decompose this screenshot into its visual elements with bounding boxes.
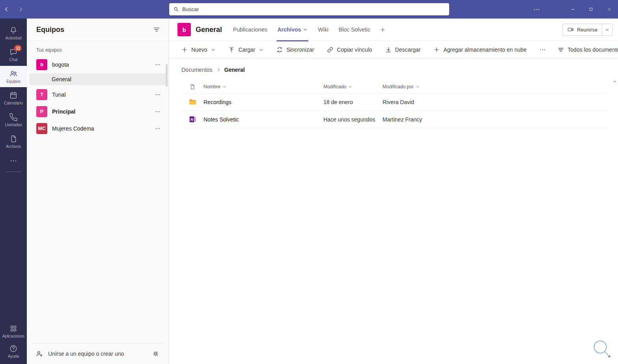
column-label: Modificado por (383, 84, 414, 90)
upload-icon (228, 46, 235, 53)
nav-arrows (0, 6, 27, 13)
chevron-down-icon (348, 85, 352, 89)
teams-app-window: Actividad 11 Chat Equipos Calendario Lla… (0, 0, 618, 364)
meet-now-button[interactable]: Reunirse (563, 24, 602, 35)
team-more-button[interactable] (154, 91, 161, 98)
titlebar (0, 0, 618, 19)
sync-button[interactable]: Sincronizar (273, 43, 317, 56)
new-button[interactable]: Nuevo (177, 43, 219, 56)
rail-item-ayuda[interactable]: Ayuda (0, 342, 27, 361)
filter-button[interactable] (153, 26, 161, 34)
column-header-modified[interactable]: Modificado (323, 84, 383, 90)
toolbar-more-button[interactable] (536, 43, 550, 56)
rail-item-calendario[interactable]: Calendario (0, 88, 27, 109)
channel-header: b General Publicaciones Archivos Wiki Bl… (169, 19, 618, 41)
add-cloud-storage-button[interactable]: Agregar almacenamiento en nube (429, 43, 530, 56)
minimize-button[interactable] (564, 0, 582, 19)
rail-item-aplicaciones[interactable]: Aplicaciones (0, 321, 27, 341)
rail-item-chat[interactable]: 11 Chat (0, 44, 27, 65)
team-row-bogota[interactable]: b bogota (27, 57, 168, 72)
manage-teams-gear-button[interactable] (152, 350, 160, 358)
download-button[interactable]: Descargar (381, 43, 424, 56)
file-row-notes-solvetic[interactable]: N Notes Solvetic Hace unos segundos Mart… (181, 111, 608, 128)
column-header-name[interactable]: Nombre (204, 84, 323, 90)
app-rail: Actividad 11 Chat Equipos Calendario Lla… (0, 19, 27, 364)
titlebar-controls (528, 0, 618, 19)
sidebar-scrollbar[interactable] (166, 64, 168, 87)
gear-icon (152, 350, 160, 358)
channel-title: General (196, 26, 222, 34)
channel-team-avatar: b (177, 23, 191, 36)
tab-wiki[interactable]: Wiki (317, 19, 329, 41)
rail-item-equipos[interactable]: Equipos (0, 66, 27, 87)
team-more-button[interactable] (154, 61, 161, 68)
maximize-button[interactable] (582, 0, 600, 19)
tab-publicaciones[interactable]: Publicaciones (232, 19, 268, 41)
folder-icon (189, 98, 197, 106)
onenote-icon: N (189, 115, 197, 123)
more-horizontal-icon (539, 46, 546, 53)
breadcrumb-root[interactable]: Documentos (181, 67, 213, 73)
more-horizontal-icon (9, 157, 17, 165)
teams-list: Tus equipos b bogota General T Tunal (27, 41, 168, 343)
chevron-down-icon (211, 48, 215, 52)
tab-bloc-solvetic[interactable]: Bloc Solvetic (338, 19, 371, 41)
forward-button[interactable] (17, 6, 24, 13)
file-row-recordings[interactable]: Recordings 18 de enero Rivera David (181, 93, 608, 111)
channel-item-general[interactable]: General (29, 73, 166, 85)
upload-button[interactable]: Cargar (224, 43, 267, 56)
rail-item-label: Calendario (4, 101, 23, 105)
files-header-row: Nombre Modificado Modificado por (181, 80, 608, 93)
titlebar-more-button[interactable] (528, 0, 545, 19)
files-list: Nombre Modificado Modificado por (181, 80, 618, 128)
search-input[interactable] (182, 6, 445, 12)
column-header-type[interactable] (181, 84, 204, 90)
tab-label: Bloc Solvetic (339, 26, 370, 33)
more-horizontal-icon (154, 91, 161, 98)
file-name: Recordings (204, 99, 323, 105)
team-more-button[interactable] (154, 125, 161, 132)
copy-link-button[interactable]: Copiar vínculo (323, 43, 376, 56)
rail-item-archivos[interactable]: Archivos (0, 131, 27, 152)
column-label: Nombre (204, 84, 220, 90)
more-horizontal-icon (154, 108, 161, 115)
tab-archivos[interactable]: Archivos (276, 19, 308, 41)
apps-icon (9, 324, 18, 333)
maximize-icon (588, 7, 594, 12)
link-icon (327, 46, 334, 53)
files-toolbar: Nuevo Cargar Sincronizar Copiar vínculo (169, 41, 618, 59)
rail-item-llamadas[interactable]: Llamadas (0, 109, 27, 131)
team-row-principal[interactable]: P Principal (27, 104, 168, 119)
sync-icon (276, 46, 283, 53)
copy-link-label: Copiar vínculo (337, 47, 372, 53)
search-box (169, 3, 449, 15)
team-row-tunal[interactable]: T Tunal (27, 87, 168, 102)
file-modified-by: Martinez Francy (383, 116, 608, 123)
chevron-right-icon (216, 67, 221, 72)
rail-more-button[interactable] (9, 156, 17, 166)
breadcrumb: Documentos General (169, 59, 618, 76)
channel-name: General (52, 76, 71, 82)
help-icon (9, 344, 18, 353)
close-icon (607, 7, 612, 12)
toolbar-right: Todos los documentos (536, 43, 618, 56)
join-or-create-team-button[interactable]: Unirse a un equipo o crear uno (32, 343, 163, 364)
breadcrumb-current: General (224, 67, 245, 73)
column-header-modified-by[interactable]: Modificado por (383, 84, 608, 90)
back-button[interactable] (2, 6, 10, 13)
team-more-button[interactable] (154, 108, 161, 115)
team-row-mujeres-codema[interactable]: MC Mujeres Codema (27, 121, 168, 136)
add-tab-button[interactable] (380, 27, 386, 33)
meet-options-button[interactable] (602, 24, 612, 35)
scroll-up-button[interactable] (613, 80, 617, 84)
tab-label: Archivos (277, 26, 301, 33)
files-icon (9, 134, 18, 143)
more-horizontal-icon (154, 125, 161, 132)
team-name: Mujeres Codema (52, 125, 94, 132)
download-icon (385, 46, 392, 53)
close-button[interactable] (600, 0, 618, 19)
main-scrollbar[interactable] (612, 79, 617, 362)
view-selector[interactable]: Todos los documentos (554, 43, 618, 56)
file-name: Notes Solvetic (204, 116, 323, 123)
rail-item-actividad[interactable]: Actividad (0, 22, 27, 44)
